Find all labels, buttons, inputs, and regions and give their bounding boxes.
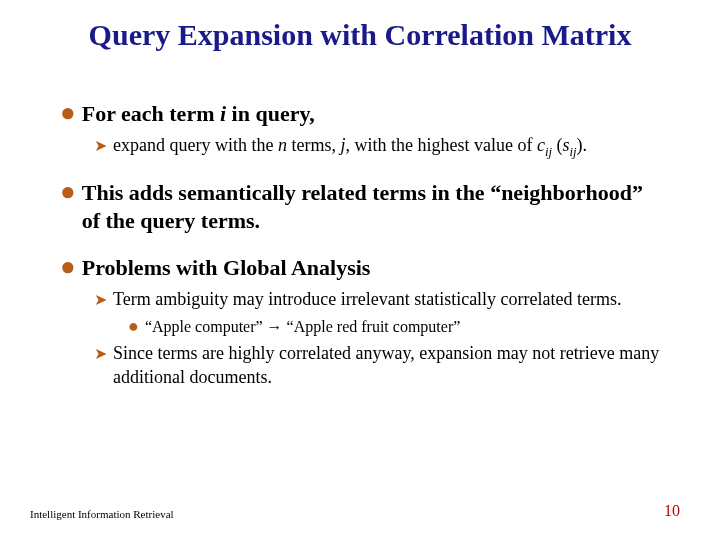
- bullet-1: ● For each term i in query,: [60, 100, 660, 128]
- bullet-1-text: For each term i in query,: [82, 100, 315, 128]
- bullet-3-sub-1: ➤ Term ambiguity may introduce irrelevan…: [94, 288, 660, 311]
- arrow-icon: ➤: [94, 344, 107, 363]
- t: For each term: [82, 101, 220, 126]
- t: expand query with the: [113, 135, 278, 155]
- bullet-3-sub-1-a: ● “Apple computer” → “Apple red fruit co…: [128, 317, 660, 338]
- bullet-3: ● Problems with Global Analysis: [60, 254, 660, 282]
- bullet-3-sub-2-text: Since terms are highly correlated anyway…: [113, 342, 660, 389]
- bullet-2: ● This adds semantically related terms i…: [60, 179, 660, 234]
- t: ij: [545, 144, 552, 158]
- arrow-icon: ➤: [94, 290, 107, 309]
- t: terms,: [287, 135, 341, 155]
- t: ).: [576, 135, 587, 155]
- slide-body: ● For each term i in query, ➤ expand que…: [60, 100, 660, 395]
- t: , with the highest value of: [345, 135, 536, 155]
- t: c: [537, 135, 545, 155]
- slide-number: 10: [664, 502, 680, 520]
- arrow-icon: ➤: [94, 136, 107, 155]
- bullet-3-sub-2: ➤ Since terms are highly correlated anyw…: [94, 342, 660, 389]
- slide-title: Query Expansion with Correlation Matrix: [0, 18, 720, 52]
- dot-icon: ●: [60, 100, 76, 126]
- dot-icon: ●: [128, 317, 139, 335]
- bullet-3-sub-1-a-text: “Apple computer” → “Apple red fruit comp…: [145, 317, 460, 338]
- dot-icon: ●: [60, 254, 76, 280]
- t: in query,: [226, 101, 315, 126]
- t: (: [552, 135, 563, 155]
- t: n: [278, 135, 287, 155]
- footer-left: Intelligent Information Retrieval: [30, 508, 174, 520]
- bullet-2-text: This adds semantically related terms in …: [82, 179, 660, 234]
- slide: Query Expansion with Correlation Matrix …: [0, 0, 720, 540]
- dot-icon: ●: [60, 179, 76, 205]
- bullet-1-sub-1: ➤ expand query with the n terms, j, with…: [94, 134, 660, 160]
- bullet-3-sub-1-text: Term ambiguity may introduce irrelevant …: [113, 288, 622, 311]
- bullet-3-text: Problems with Global Analysis: [82, 254, 371, 282]
- bullet-1-sub-1-text: expand query with the n terms, j, with t…: [113, 134, 587, 160]
